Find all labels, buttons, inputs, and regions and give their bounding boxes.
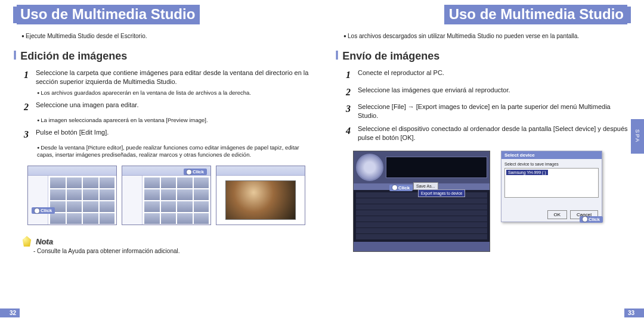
intro-bullet: Los archivos descargados sin utilizar Mu… <box>343 33 631 39</box>
step-number: 3 <box>24 128 32 141</box>
step-text: Seleccione el dispositivo conectado al o… <box>358 124 631 142</box>
step-2: 2 Seleccione una imagen para editar. <box>24 101 309 114</box>
select-device-dialog: Select device Select device to save imag… <box>501 151 602 222</box>
figure-row: Save As... Export images to device Click… <box>353 151 631 252</box>
dialog-list-item[interactable]: Samsung YH-999 ( ) <box>506 170 548 175</box>
step-number: 2 <box>24 101 32 114</box>
manual-spread: Uso de Multimedia Studio Ejecute Multime… <box>0 0 644 321</box>
step-text: Seleccione las imágenes que enviará al r… <box>358 86 510 99</box>
section-header: I Envío de imágenes <box>335 48 631 63</box>
nota-text: - Consulte la Ayuda para obtener informa… <box>33 248 309 254</box>
step-2-sub: La imagen seleccionada aparecerá en la v… <box>37 117 309 124</box>
step-1: 1 Seleccione la carpeta que contiene imá… <box>24 68 309 86</box>
step-number: 2 <box>346 86 354 99</box>
step-text: Seleccione una imagen para editar. <box>36 101 138 114</box>
section-bar-icon: I <box>13 48 17 63</box>
section-header: I Edición de imágenes <box>13 48 309 63</box>
step-3: 3 Seleccione [File] → [Export images to … <box>346 102 631 120</box>
section-bar-icon: I <box>335 48 339 63</box>
lcd-icon <box>386 157 487 178</box>
step-text: Seleccione [File] → [Export images to de… <box>358 102 631 120</box>
step-text: Conecte el reproductor al PC. <box>358 68 444 82</box>
click-badge: Click <box>32 207 55 214</box>
page-33: Uso de Multimedia Studio Los archivos de… <box>322 0 644 321</box>
page-title: Uso de Multimedia Studio <box>17 5 200 24</box>
step-3: 3 Pulse el botón [Edit Img]. <box>24 128 309 141</box>
dialog-title: Select device <box>501 151 602 159</box>
click-badge: Click <box>184 169 207 175</box>
page-title: Uso de Multimedia Studio <box>444 5 627 24</box>
preview-photo <box>225 180 296 220</box>
step-2: 2 Seleccione las imágenes que enviará al… <box>346 86 631 99</box>
dialog-body: Select device to save images Samsung YH-… <box>501 159 602 208</box>
menu-export: Export images to device <box>418 189 465 197</box>
step-text: Pulse el botón [Edit Img]. <box>36 128 109 141</box>
dialog-list[interactable]: Samsung YH-999 ( ) <box>504 168 599 198</box>
step-1-sub: Los archivos guardados aparecerán en la … <box>37 89 309 96</box>
step-number: 4 <box>346 124 354 142</box>
player-menubar: Save As... Export images to device <box>354 183 490 191</box>
player-tracklist <box>354 190 490 242</box>
step-1: 1 Conecte el reproductor al PC. <box>346 68 631 82</box>
screenshot-thumb-1: Click <box>27 166 117 225</box>
step-number: 3 <box>346 102 354 120</box>
nota-icon <box>21 236 32 247</box>
intro-bullet: Ejecute Multimedia Studio desde el Escri… <box>21 33 309 39</box>
language-tab: SPA <box>631 119 644 154</box>
screenshot-thumb-3 <box>216 166 305 225</box>
dialog-instruction: Select device to save images <box>504 162 559 166</box>
page-number: 33 <box>624 308 644 317</box>
screenshot-row: Click Click <box>27 166 309 225</box>
screenshot-thumb-2: Click <box>122 166 211 225</box>
page-number: 32 <box>0 308 20 317</box>
title-pipe <box>627 7 631 23</box>
section-title: Envío de imágenes <box>342 50 439 63</box>
ok-button[interactable]: OK <box>547 210 568 219</box>
page-title-bar: Uso de Multimedia Studio <box>335 5 631 24</box>
step-number: 1 <box>346 68 354 82</box>
player-screenshot: Save As... Export images to device Click <box>353 151 490 252</box>
step-number: 1 <box>24 68 32 86</box>
step-text: Seleccione la carpeta que contiene imáge… <box>36 68 309 86</box>
page-title-bar: Uso de Multimedia Studio <box>13 5 309 24</box>
click-badge: Click <box>580 216 603 223</box>
nota-label: Nota <box>36 237 53 246</box>
jog-dial-icon <box>356 154 383 181</box>
nota-row: Nota <box>21 236 309 247</box>
step-3-sub: Desde la ventana [Picture editor], puede… <box>37 144 309 159</box>
step-4: 4 Seleccione el dispositivo conectado al… <box>346 124 631 142</box>
click-badge: Click <box>389 185 413 191</box>
page-32: Uso de Multimedia Studio Ejecute Multime… <box>0 0 322 321</box>
section-title: Edición de imágenes <box>20 50 127 63</box>
